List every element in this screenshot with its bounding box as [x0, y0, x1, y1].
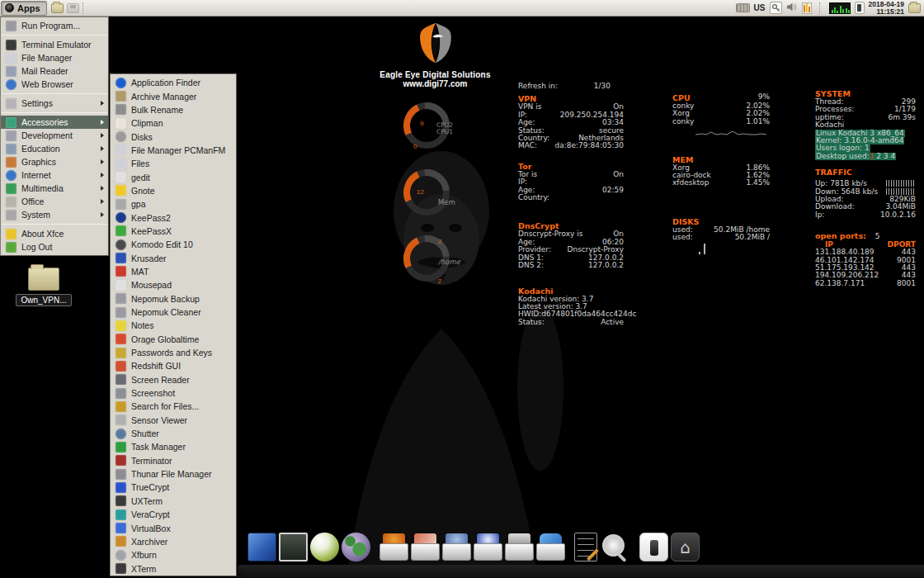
- submenu-arrow-icon: [101, 199, 104, 204]
- menu-item-thunar-file-manager[interactable]: Thunar File Manager: [111, 467, 236, 481]
- menu-item-mail-reader[interactable]: Mail Reader: [1, 64, 108, 78]
- menu-item-internet[interactable]: Internet: [1, 168, 108, 182]
- keyboard-icon[interactable]: [736, 3, 750, 12]
- menu-item-nepomuk-backup[interactable]: Nepomuk Backup: [111, 292, 236, 306]
- menu-item-screenshot[interactable]: Screenshot: [111, 386, 236, 400]
- menu-item-label: Education: [21, 144, 60, 154]
- menu-item-task-manager[interactable]: Task Manager: [111, 440, 236, 453]
- desktop-icon-own-vpn[interactable]: Own_VPN...: [12, 268, 76, 306]
- accessories-icon: [6, 117, 16, 128]
- menu-item-keepass2[interactable]: KeePass2: [111, 211, 236, 224]
- battery-icon[interactable]: [855, 2, 865, 14]
- menu-item-redshift-gui[interactable]: Redshift GUI: [111, 359, 236, 372]
- menu-separator: [2, 224, 107, 225]
- gpa-key-icon: [116, 199, 126, 210]
- power-switch-dock-icon[interactable]: [639, 533, 668, 561]
- menu-item-application-finder[interactable]: Application Finder: [111, 76, 236, 89]
- menu-item-screen-reader[interactable]: Screen Reader: [111, 373, 236, 386]
- keyboard-layout-indicator[interactable]: US: [754, 3, 766, 12]
- drawer-network-dock-icon[interactable]: [442, 533, 471, 561]
- panel-file-manager-icon[interactable]: [51, 3, 64, 13]
- menu-item-passwords-and-keys[interactable]: Passwords and Keys: [111, 346, 236, 359]
- search-clock-dock-icon[interactable]: [600, 533, 629, 561]
- panel-folder-icon[interactable]: [908, 3, 921, 13]
- menu-item-web-browser[interactable]: Web Browser: [1, 78, 108, 91]
- menu-item-file-manager-pcmanfm[interactable]: File Manager PCManFM: [111, 144, 236, 157]
- menu-item-label: File Manager: [21, 53, 72, 63]
- menu-item-notes[interactable]: Notes: [111, 319, 236, 332]
- drawer-graphics-dock-icon[interactable]: [411, 533, 440, 561]
- panel-save-session-icon[interactable]: [67, 3, 79, 13]
- sensor-viewer-icon: [116, 415, 126, 425]
- cpu-graph-applet[interactable]: [802, 2, 812, 14]
- menu-item-files[interactable]: Files: [111, 157, 236, 170]
- submenu-arrow-icon: [101, 159, 104, 164]
- menu-item-terminator[interactable]: Terminator: [111, 454, 236, 467]
- drawer-apps-dock-icon[interactable]: [536, 533, 565, 561]
- menu-item-shutter[interactable]: Shutter: [111, 427, 236, 440]
- menu-item-search-for-files[interactable]: Search for Files...: [111, 400, 236, 413]
- home-dock-icon[interactable]: ⌂: [671, 533, 700, 561]
- menu-item-keepassx[interactable]: KeePassX: [111, 225, 236, 238]
- menu-item-mat[interactable]: MAT: [111, 265, 236, 278]
- menu-item-system[interactable]: System: [1, 208, 108, 221]
- menu-item-veracrypt[interactable]: VeraCrypt: [111, 508, 236, 521]
- password-key-icon[interactable]: [770, 2, 782, 14]
- menu-item-settings[interactable]: Settings: [1, 97, 108, 110]
- menu-item-terminal-emulator[interactable]: Terminal Emulator: [1, 38, 108, 51]
- drawer-internet-dock-icon[interactable]: [474, 533, 502, 561]
- apps-menu-button[interactable]: Apps: [1, 1, 47, 16]
- drawer-firefox-dock-icon[interactable]: [380, 533, 408, 561]
- menu-item-krusader[interactable]: Krusader: [111, 251, 236, 264]
- document-editor-dock-icon[interactable]: [574, 533, 597, 561]
- menu-item-label: Gnote: [131, 186, 155, 196]
- panel-clock[interactable]: 2018-04-19 11:15:21: [869, 1, 904, 16]
- sphere-dock-icon[interactable]: [310, 533, 339, 561]
- menu-item-disks[interactable]: Disks: [111, 130, 236, 143]
- menu-item-log-out[interactable]: Log Out: [1, 240, 108, 253]
- terminal-dock-icon[interactable]: [279, 533, 308, 561]
- search-files-icon: [116, 401, 126, 412]
- menu-item-sensor-viewer[interactable]: Sensor Viewer: [111, 414, 236, 427]
- download-spark-graph: [886, 188, 916, 195]
- globe-dock-icon[interactable]: [342, 533, 370, 561]
- menu-item-uxterm[interactable]: UXTerm: [111, 495, 236, 508]
- desktop-window-dock-icon[interactable]: [248, 533, 276, 561]
- shutter-icon: [116, 429, 126, 439]
- menu-item-label: Xfburn: [131, 550, 157, 560]
- network-graph-applet[interactable]: [829, 2, 851, 14]
- menu-item-run-program[interactable]: Run Program...: [1, 19, 108, 32]
- menu-item-multimedia[interactable]: Multimedia: [1, 182, 108, 195]
- menu-item-archive-manager[interactable]: Archive Manager: [111, 89, 236, 102]
- menu-item-nepomuk-cleaner[interactable]: Nepomuk Cleaner: [111, 306, 236, 319]
- menu-item-virtualbox[interactable]: VirtualBox: [111, 521, 236, 534]
- menu-item-gnote[interactable]: Gnote: [111, 184, 236, 197]
- menu-item-xarchiver[interactable]: Xarchiver: [111, 535, 236, 548]
- menu-item-office[interactable]: Office: [1, 195, 108, 208]
- menu-item-xterm[interactable]: XTerm: [111, 561, 236, 575]
- menu-item-about-xfce[interactable]: About Xfce: [1, 227, 108, 240]
- xarchiver-icon: [116, 536, 126, 547]
- menu-item-truecrypt[interactable]: TrueCrypt: [111, 481, 236, 494]
- kodachi-status-label: Status:: [518, 319, 544, 326]
- menu-item-file-manager[interactable]: File Manager: [1, 51, 108, 64]
- menu-item-komodo-edit-10[interactable]: Komodo Edit 10: [111, 238, 236, 251]
- volume-icon[interactable]: [786, 1, 798, 16]
- menu-item-bulk-rename[interactable]: Bulk Rename: [111, 103, 236, 116]
- menu-item-orage-globaltime[interactable]: Orage Globaltime: [111, 333, 236, 346]
- menu-item-development[interactable]: Development: [1, 129, 108, 142]
- folder-icon: [28, 268, 59, 291]
- drawer-devices-dock-icon[interactable]: [505, 533, 534, 561]
- menu-item-xfburn[interactable]: Xfburn: [111, 548, 236, 561]
- menu-item-clipman[interactable]: Clipman: [111, 116, 236, 130]
- menu-item-accessories[interactable]: Accessories: [1, 116, 108, 129]
- menu-item-mousepad[interactable]: Mousepad: [111, 278, 236, 291]
- menu-item-gpa[interactable]: gpa: [111, 197, 236, 211]
- menu-item-label: About Xfce: [21, 229, 64, 239]
- menu-item-graphics[interactable]: Graphics: [1, 155, 108, 168]
- traffic-section-title: TRAFFIC: [815, 168, 916, 177]
- menu-item-gedit[interactable]: gedit: [111, 170, 236, 183]
- menu-item-education[interactable]: Education: [1, 142, 108, 155]
- menu-item-label: TrueCrypt: [131, 482, 169, 492]
- menu-item-label: VeraCrypt: [131, 509, 170, 519]
